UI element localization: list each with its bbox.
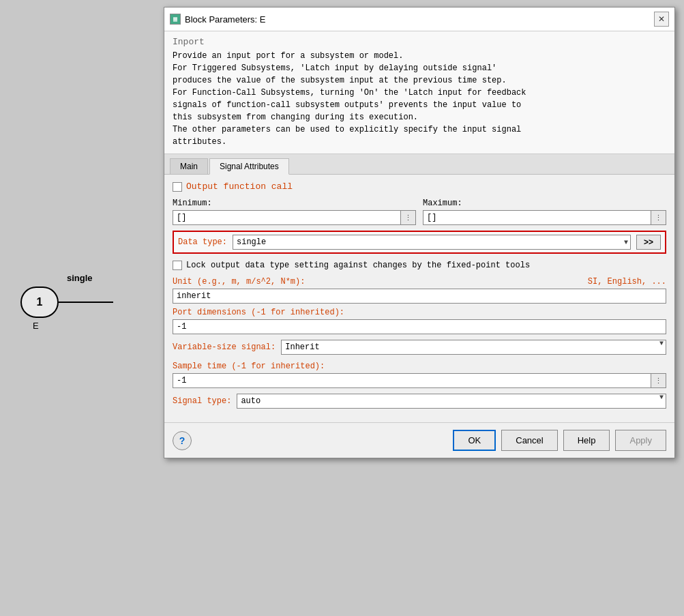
port-dim-label: Port dimensions (-1 for inherited):: [173, 308, 666, 317]
unit-header: Unit (e.g., m, m/s^2, N*m): SI, English,…: [173, 277, 666, 287]
dialog-window: ▦ Block Parameters: E ✕ Inport Provide a…: [164, 7, 675, 458]
output-fc-row: Output function call: [173, 181, 666, 192]
cancel-button[interactable]: Cancel: [501, 430, 557, 451]
port-dim-row: Port dimensions (-1 for inherited):: [173, 308, 666, 334]
simulink-block: single 1 E: [20, 287, 59, 318]
maximum-label: Maximum:: [423, 199, 666, 208]
dialog-content: Output function call Minimum: ⋮ Maximum:…: [164, 175, 674, 422]
sample-time-input[interactable]: [173, 373, 651, 388]
data-type-row: Data type: single double int8 int16 int3…: [173, 231, 666, 254]
close-button[interactable]: ✕: [654, 12, 669, 27]
description-text: Provide an input port for a subsystem or…: [173, 50, 666, 148]
minimum-input[interactable]: [173, 210, 401, 225]
sample-time-row: Sample time (-1 for inherited): ⋮: [173, 362, 666, 388]
sample-time-ellipsis-btn[interactable]: ⋮: [651, 373, 666, 388]
dialog-title: Block Parameters: E: [185, 14, 266, 25]
tab-main[interactable]: Main: [170, 158, 208, 174]
block-line: [59, 302, 113, 303]
output-fc-checkbox[interactable]: [173, 182, 182, 192]
bottom-left: ?: [173, 431, 192, 450]
signal-type-row: Signal type: auto real complex ▼: [173, 394, 666, 409]
block-shape: 1: [20, 287, 59, 318]
bottom-bar: ? OK Cancel Help Apply: [164, 422, 674, 458]
data-type-label: Data type:: [178, 237, 227, 247]
title-bar: ▦ Block Parameters: E ✕: [164, 8, 674, 31]
tabs-bar: Main Signal Attributes: [164, 154, 674, 175]
help-icon-button[interactable]: ?: [173, 431, 192, 450]
min-max-row: Minimum: ⋮ Maximum: ⋮: [173, 199, 666, 225]
lock-row: Lock output data type setting against ch…: [173, 261, 666, 270]
unit-row: Unit (e.g., m, m/s^2, N*m): SI, English,…: [173, 277, 666, 304]
maximum-ellipsis-btn[interactable]: ⋮: [651, 210, 666, 225]
lock-checkbox[interactable]: [173, 261, 182, 270]
var-signal-dropdown[interactable]: Inherit No Yes: [281, 340, 666, 355]
maximum-input-group: ⋮: [423, 210, 666, 225]
canvas: single 1 E ▦ Block Parameters: E ✕ Inpor…: [0, 0, 684, 616]
signal-type-dropdown-wrapper: auto real complex ▼: [237, 394, 666, 409]
description-area: Inport Provide an input port for a subsy…: [164, 31, 674, 154]
minimum-group: Minimum: ⋮: [173, 199, 416, 225]
maximum-input[interactable]: [423, 210, 651, 225]
var-signal-dropdown-wrapper: Inherit No Yes ▼: [281, 340, 666, 355]
sample-time-label: Sample time (-1 for inherited):: [173, 362, 666, 371]
var-signal-row: Variable-size signal: Inherit No Yes ▼: [173, 340, 666, 355]
bottom-right: OK Cancel Help Apply: [453, 430, 666, 451]
data-type-arrow-btn[interactable]: >>: [636, 235, 661, 250]
data-type-dropdown-wrapper: single double int8 int16 int32 uint8 uin…: [233, 235, 631, 250]
port-dim-input[interactable]: [173, 319, 666, 334]
unit-input[interactable]: [173, 289, 666, 304]
minimum-label: Minimum:: [173, 199, 416, 208]
output-fc-label: Output function call: [186, 181, 293, 192]
lock-label: Lock output data type setting against ch…: [186, 261, 530, 270]
block-name: E: [33, 321, 39, 331]
minimum-ellipsis-btn[interactable]: ⋮: [401, 210, 416, 225]
signal-type-label: Signal type:: [173, 396, 231, 406]
ok-button[interactable]: OK: [453, 430, 496, 451]
block-number: 1: [37, 296, 43, 308]
unit-link[interactable]: SI, English, ...: [588, 277, 666, 287]
data-type-dropdown[interactable]: single double int8 int16 int32 uint8 uin…: [233, 235, 631, 250]
var-signal-label: Variable-size signal:: [173, 342, 276, 352]
description-title: Inport: [173, 37, 666, 47]
tab-signal-attributes[interactable]: Signal Attributes: [209, 158, 289, 175]
unit-label: Unit (e.g., m, m/s^2, N*m):: [173, 277, 305, 287]
minimum-input-group: ⋮: [173, 210, 416, 225]
signal-type-dropdown[interactable]: auto real complex: [237, 394, 666, 409]
signal-label: single: [67, 273, 93, 283]
title-bar-left: ▦ Block Parameters: E: [170, 14, 266, 25]
apply-button[interactable]: Apply: [615, 430, 666, 451]
maximum-group: Maximum: ⋮: [423, 199, 666, 225]
block-params-icon: ▦: [170, 14, 181, 25]
sample-time-input-group: ⋮: [173, 373, 666, 388]
help-button[interactable]: Help: [563, 430, 610, 451]
